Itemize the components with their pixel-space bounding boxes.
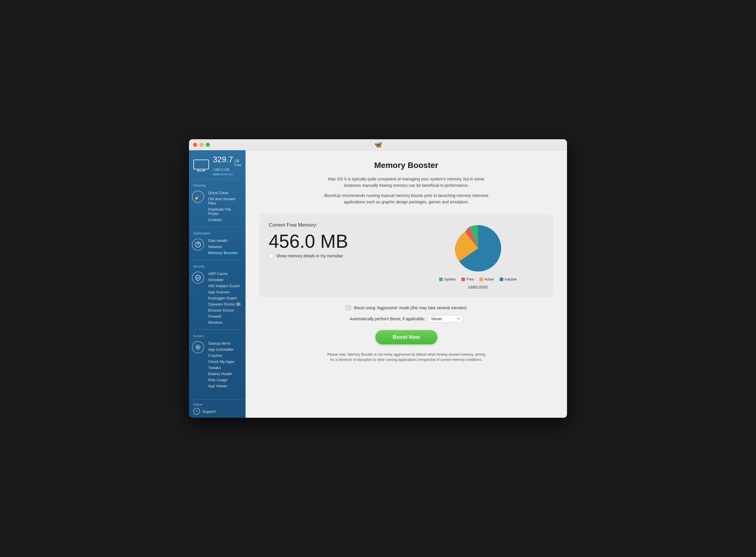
sidebar-item-firewall[interactable]: Firewall — [207, 314, 243, 319]
memory-value: 456.0 MB — [269, 232, 401, 251]
window-controls — [193, 143, 210, 147]
security-icon — [192, 271, 204, 284]
memory-current-label: Current Free Memory: — [269, 222, 401, 228]
legend-inactive: Inactive — [500, 277, 516, 282]
sidebar-item-spyware[interactable]: Spyware Doctor 3 — [207, 301, 243, 307]
divider-1 — [193, 227, 242, 227]
security-icon-row: ARP Cache Shredder HID Implant Guard App… — [189, 270, 246, 327]
support-item[interactable]: ? Support — [193, 408, 242, 415]
sidebar-item-memory-booster[interactable]: Memory Booster — [207, 250, 243, 256]
legend-label-system: System — [444, 277, 456, 282]
sidebar-item-network[interactable]: Network — [207, 244, 243, 250]
legend-row: System Free Active — [439, 277, 516, 282]
memory-top-row: Current Free Memory: 456.0 MB Show memor… — [269, 222, 544, 289]
disk-free-size: 329.7 — [213, 155, 233, 164]
computer-icon — [193, 159, 209, 172]
system-icon-row: Startup Items App Uninstaller Crashes Ch… — [189, 340, 246, 391]
svg-point-5 — [197, 346, 199, 348]
aggressive-checkbox[interactable] — [346, 305, 351, 311]
legend-label-active: Active — [484, 277, 494, 282]
disk-bar-fill — [213, 174, 219, 175]
optimization-icon-row: Disk Health Network Memory Booster — [189, 237, 246, 258]
sidebar-item-app-uninstaller[interactable]: App Uninstaller — [207, 347, 243, 352]
description-1: Mac OS X is typically quite competent at… — [319, 176, 493, 189]
cleaning-items: Quick Clean Old and Unused Files Duplica… — [207, 190, 243, 223]
sidebar-section-security: Security ARP Cache Shredder HID Implant … — [189, 261, 246, 329]
sidebar-item-old-unused[interactable]: Old and Unused Files — [207, 196, 243, 206]
sidebar-item-cookies[interactable]: Cookies — [207, 217, 243, 223]
divider-2 — [193, 260, 242, 260]
sidebar-item-wireless[interactable]: Wireless — [207, 320, 243, 325]
disk-free-label: GB Free — [234, 159, 242, 167]
pie-chart — [446, 222, 510, 274]
sidebar-bottom: Online ? Support — [189, 400, 246, 418]
sidebar-item-tweaks[interactable]: Tweaks — [207, 365, 243, 371]
minimize-button[interactable] — [199, 143, 203, 147]
cleaning-section-label: Cleaning — [189, 182, 246, 189]
memory-left: Current Free Memory: 456.0 MB Show memor… — [269, 222, 401, 258]
sidebar-section-cleaning: Cleaning 🧹 Quick Clean Old and Unused Fi… — [189, 180, 246, 226]
sidebar-item-disk-health[interactable]: Disk Health — [207, 238, 243, 243]
learn-more-link[interactable]: Learn more — [468, 284, 487, 289]
memory-card: Current Free Memory: 456.0 MB Show memor… — [259, 214, 553, 297]
show-menubar-label: Show memory details in my menubar — [276, 254, 343, 258]
legend-free: Free — [462, 277, 474, 282]
page-title: Memory Booster — [259, 161, 553, 170]
disk-info: 329.7 GB Free / 465.6 GB — [213, 155, 242, 175]
sidebar-item-app-scanner[interactable]: App Scanner — [207, 289, 243, 295]
boost-aggressive-row: Boost using 'Aggressive' mode (this may … — [346, 305, 466, 311]
sidebar: 329.7 GB Free / 465.6 GB Cleaning 🧹 — [189, 150, 246, 418]
sidebar-item-check-my-apps[interactable]: Check My Apps — [207, 359, 243, 364]
optimization-section-label: Optimization — [189, 230, 246, 237]
sidebar-item-browser-doctor[interactable]: Browser Doctor — [207, 307, 243, 313]
optimization-items: Disk Health Network Memory Booster — [207, 238, 243, 256]
app-icon: 🦋 — [374, 141, 382, 149]
controls-section: Boost using 'Aggressive' mode (this may … — [259, 305, 553, 362]
app-window: 🦋 329.7 GB Free / — [189, 139, 567, 418]
close-button[interactable] — [193, 143, 197, 147]
sidebar-item-keylogger[interactable]: Keylogger Guard — [207, 295, 243, 301]
sidebar-item-app-viewer[interactable]: App Viewer — [207, 383, 243, 389]
sidebar-item-startup[interactable]: Startup Items — [207, 341, 243, 346]
sidebar-item-battery-health[interactable]: Battery Health — [207, 371, 243, 377]
auto-boost-select-wrapper: Never Always When Low When Very Low — [428, 315, 463, 323]
legend-dot-active — [479, 277, 483, 281]
security-section-label: Security — [189, 263, 246, 270]
sidebar-header: 329.7 GB Free / 465.6 GB — [189, 150, 246, 180]
security-items: ARP Cache Shredder HID Implant Guard App… — [207, 271, 243, 325]
cleaning-icon-row: 🧹 Quick Clean Old and Unused Files Dupli… — [189, 189, 246, 225]
description-2: iBoostUp recommends running manual memor… — [319, 192, 493, 205]
legend-active: Active — [479, 277, 494, 282]
system-icon — [192, 341, 204, 353]
legend-system: System — [439, 277, 456, 282]
sidebar-item-disk-usage[interactable]: Disk Usage — [207, 377, 243, 383]
support-label: Support — [202, 409, 216, 414]
sidebar-item-shredder[interactable]: Shredder — [207, 277, 243, 283]
maximize-button[interactable] — [206, 143, 210, 147]
support-icon: ? — [193, 408, 200, 415]
app-body: 329.7 GB Free / 465.6 GB Cleaning 🧹 — [189, 150, 567, 418]
description-block: Mac OS X is typically quite competent at… — [319, 176, 493, 205]
sidebar-item-arp-cache[interactable]: ARP Cache — [207, 271, 243, 276]
legend-dot-free — [462, 277, 465, 281]
boost-now-button[interactable]: Boost Now — [375, 330, 437, 344]
auto-boost-row: Automatically perform Boost, if applicab… — [350, 315, 463, 323]
legend-dot-inactive — [500, 277, 503, 281]
sidebar-item-quick-clean[interactable]: Quick Clean — [207, 190, 243, 196]
show-menubar-checkbox[interactable] — [269, 254, 273, 258]
sidebar-item-crashes[interactable]: Crashes — [207, 353, 243, 358]
sidebar-item-hid-implant[interactable]: HID Implant Guard — [207, 283, 243, 289]
boost-aggressive-label: Boost using 'Aggressive' mode (this may … — [354, 305, 466, 310]
online-section-label: Online — [193, 403, 242, 406]
titlebar: 🦋 — [189, 139, 567, 150]
legend-label-inactive: Inactive — [505, 277, 516, 282]
optimization-icon — [192, 238, 204, 251]
auto-boost-select[interactable]: Never Always When Low When Very Low — [428, 315, 463, 323]
legend-dot-system — [439, 277, 443, 281]
system-section-label: System — [189, 333, 246, 340]
sidebar-section-system: System Startup Items App Uninstaller Cra… — [189, 330, 246, 392]
system-items: Startup Items App Uninstaller Crashes Ch… — [207, 341, 243, 389]
auto-boost-label: Automatically perform Boost, if applicab… — [350, 317, 425, 321]
sidebar-item-duplicate[interactable]: Duplicate File Finder — [207, 207, 243, 216]
disk-total: / 465.6 GB — [213, 168, 242, 172]
